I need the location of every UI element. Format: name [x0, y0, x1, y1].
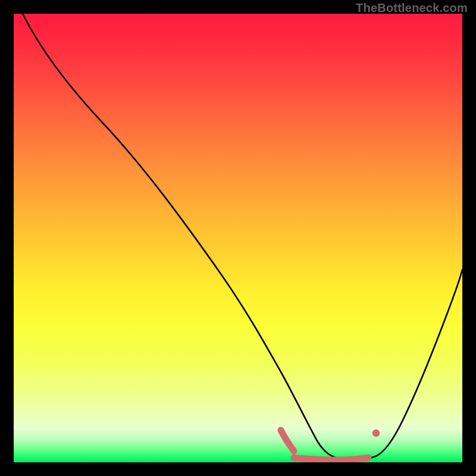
watermark-label: TheBottleneck.com — [356, 1, 468, 15]
bottleneck-curve — [23, 14, 462, 460]
optimum-overlay-valley — [294, 458, 368, 460]
curve-svg — [14, 14, 462, 462]
chart-stage: TheBottleneck.com — [0, 0, 476, 476]
optimum-overlay-left — [281, 430, 294, 451]
plot-area — [14, 14, 462, 462]
optimum-end-dot — [372, 430, 380, 437]
